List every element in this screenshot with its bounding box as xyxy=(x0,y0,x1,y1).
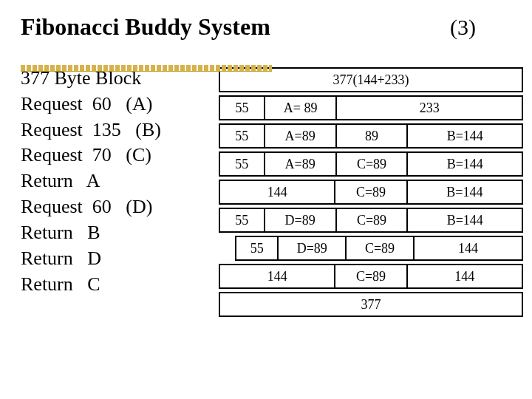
memory-state-row: 55A=89C=89B=144 xyxy=(219,151,523,177)
operation-line: Request 135 (B) xyxy=(21,117,211,143)
slide-title: Fibonacci Buddy System xyxy=(21,13,270,41)
memory-block: B=144 xyxy=(408,209,522,231)
memory-block: 377 xyxy=(220,293,522,316)
memory-block: 55 xyxy=(220,209,265,231)
operation-line: Return D xyxy=(21,246,211,272)
memory-block: 55 xyxy=(220,97,265,119)
memory-state-row: 377 xyxy=(219,292,523,317)
memory-state-row: 55D=89C=89B=144 xyxy=(219,208,523,233)
memory-block: D=89 xyxy=(279,237,347,259)
memory-block: A= 89 xyxy=(265,97,337,119)
memory-block: 55 xyxy=(220,125,265,147)
memory-block: C=89 xyxy=(337,209,409,231)
memory-block: 377(144+233) xyxy=(220,69,522,91)
operation-line: Return C xyxy=(21,272,211,298)
memory-block: 144 xyxy=(220,265,335,287)
memory-block: C=89 xyxy=(335,265,407,287)
operation-line: Request 60 (D) xyxy=(21,194,211,220)
memory-block: 233 xyxy=(337,97,522,119)
memory-block: C=89 xyxy=(337,153,409,175)
memory-block: A=89 xyxy=(265,153,337,175)
memory-state-row: 144C=89B=144 xyxy=(219,180,523,205)
memory-block: 144 xyxy=(408,265,522,287)
memory-state-row: 55D=89C=89144 xyxy=(235,236,523,261)
operation-line: Return B xyxy=(21,220,211,246)
memory-diagram: 377(144+233)55A= 8923355A=8989B=14455A=8… xyxy=(219,66,523,320)
memory-block: C=89 xyxy=(347,237,415,259)
memory-block: B=144 xyxy=(408,125,522,147)
operation-line: Request 60 (A) xyxy=(21,92,211,117)
memory-state-row: 144C=89144 xyxy=(219,264,523,289)
memory-block: 55 xyxy=(236,237,279,259)
memory-block: 144 xyxy=(220,181,335,203)
memory-block: D=89 xyxy=(265,209,337,231)
memory-block: 55 xyxy=(220,153,265,175)
memory-block: 89 xyxy=(337,125,409,147)
memory-block: C=89 xyxy=(335,181,407,203)
memory-state-row: 55A=8989B=144 xyxy=(219,123,523,149)
title-underline xyxy=(21,65,272,72)
memory-block: B=144 xyxy=(408,181,522,203)
slide-number: (3) xyxy=(450,15,476,40)
memory-block: A=89 xyxy=(265,125,337,147)
operation-line: Request 70 (C) xyxy=(21,143,211,168)
operations-list: 377 Byte BlockRequest 60 (A)Request 135 … xyxy=(21,66,211,320)
memory-block: 144 xyxy=(415,237,522,259)
memory-state-row: 55A= 89233 xyxy=(219,95,523,120)
memory-block: B=144 xyxy=(408,153,522,175)
operation-line: Return A xyxy=(21,168,211,194)
